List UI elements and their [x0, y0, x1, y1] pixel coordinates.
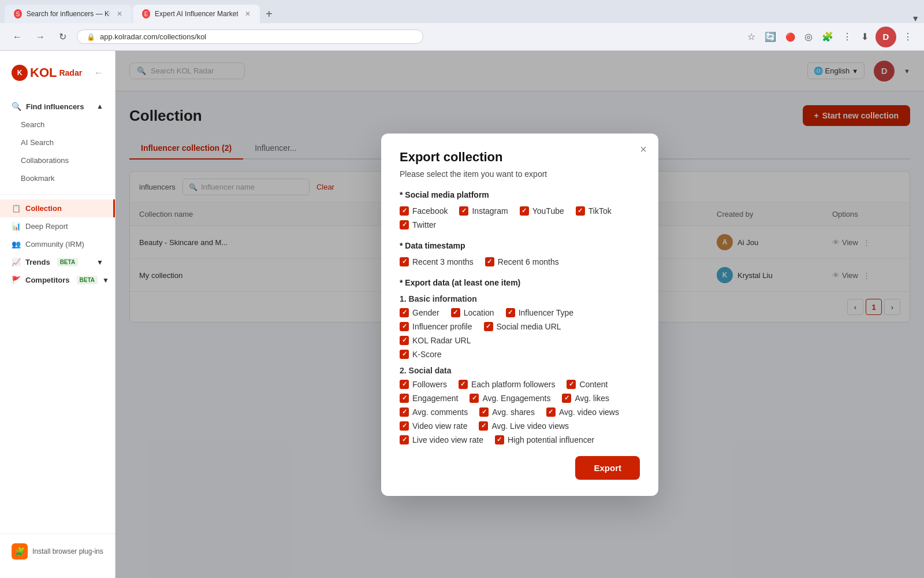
sidebar-competitors[interactable]: 🚩 Competitors BETA ▼: [0, 271, 115, 289]
timestamp-3months[interactable]: Recent 3 months: [400, 257, 474, 266]
high-potential-influencer-checkbox[interactable]: [495, 435, 504, 444]
twitter-checkbox[interactable]: [400, 220, 409, 229]
gender-checkbox[interactable]: [400, 308, 409, 317]
export-avg-video-views[interactable]: Avg. video views: [546, 407, 619, 417]
sidebar-item-collaborations[interactable]: Collaborations: [0, 151, 115, 169]
platform-facebook[interactable]: Facebook: [400, 206, 448, 216]
extension-refresh-icon[interactable]: 🔄: [762, 29, 778, 45]
sidebar-item-deep-report[interactable]: 📊 Deep Report: [0, 217, 115, 235]
6months-checkbox[interactable]: [485, 257, 494, 266]
modal-overlay[interactable]: × Export collection Please select the it…: [116, 51, 924, 578]
export-avg-likes[interactable]: Avg. likes: [562, 394, 609, 403]
export-social-media-url[interactable]: Social media URL: [484, 322, 561, 331]
export-live-video-view-rate[interactable]: Live video view rate: [400, 435, 483, 444]
sidebar-trends-label: Trends: [25, 258, 50, 266]
tiktok-checkbox[interactable]: [576, 206, 585, 216]
forward-btn[interactable]: →: [32, 29, 49, 45]
sidebar-item-search[interactable]: Search: [0, 116, 115, 134]
instagram-checkbox[interactable]: [459, 206, 468, 216]
sidebar-find-influencers[interactable]: 🔍 Find influencers ▲: [0, 97, 115, 116]
deep-report-icon: 📊: [12, 222, 21, 231]
export-avg-engagements[interactable]: Avg. Engagements: [470, 394, 550, 403]
facebook-checkbox[interactable]: [400, 206, 409, 216]
modal-close-btn[interactable]: ×: [640, 143, 647, 156]
sidebar-item-ai-search[interactable]: AI Search: [0, 134, 115, 151]
youtube-checkbox[interactable]: [520, 206, 529, 216]
new-tab-btn[interactable]: +: [261, 5, 277, 23]
back-btn[interactable]: ←: [9, 29, 25, 45]
reload-btn[interactable]: ↻: [55, 29, 70, 45]
platform-instagram[interactable]: Instagram: [459, 206, 508, 216]
sidebar-collapse-btn[interactable]: ←: [94, 68, 103, 78]
export-kol-radar-url[interactable]: KOL Radar URL: [400, 336, 471, 345]
avg-engagements-checkbox[interactable]: [470, 394, 479, 403]
platform-youtube[interactable]: YouTube: [520, 206, 564, 216]
video-view-rate-checkbox[interactable]: [400, 421, 409, 431]
tab-label-2: Expert AI Influencer Marketin...: [155, 10, 238, 18]
followers-checkbox[interactable]: [400, 380, 409, 389]
sidebar-item-community[interactable]: 👥 Community (IRM): [0, 235, 115, 253]
export-video-view-rate[interactable]: Video view rate: [400, 421, 467, 431]
avg-video-views-checkbox[interactable]: [546, 407, 556, 417]
export-location[interactable]: Location: [451, 308, 494, 317]
timestamp-checkboxes: Recent 3 months Recent 6 months: [400, 257, 640, 266]
avg-likes-checkbox[interactable]: [562, 394, 571, 403]
location-checkbox[interactable]: [451, 308, 460, 317]
tab-favicon-1: S: [14, 9, 22, 18]
export-avg-shares[interactable]: Avg. shares: [479, 407, 535, 417]
timestamp-6months[interactable]: Recent 6 months: [485, 257, 559, 266]
browser-tab-1[interactable]: S Search for influencers — KOL... ✕: [5, 5, 132, 23]
3months-checkbox[interactable]: [400, 257, 409, 266]
extension2-icon[interactable]: ◎: [802, 29, 815, 45]
browser-tab-2[interactable]: E Expert AI Influencer Marketin... ✕: [133, 5, 260, 23]
export-influencer-type[interactable]: Influencer Type: [506, 308, 573, 317]
basic-info-subsection-title: 1. Basic information: [400, 294, 640, 303]
content-label: Content: [579, 380, 608, 389]
each-platform-followers-checkbox[interactable]: [459, 380, 468, 389]
address-bar[interactable]: 🔒 app.kolradar.com/collections/kol: [77, 29, 423, 44]
export-kscore[interactable]: K-Score: [400, 350, 442, 359]
export-engagement[interactable]: Engagement: [400, 394, 458, 403]
sidebar-item-bookmark[interactable]: Bookmark: [0, 169, 115, 187]
youtube-label: YouTube: [532, 206, 564, 216]
sidebar-item-collection[interactable]: 📋 Collection: [0, 199, 115, 217]
extension1-icon[interactable]: 🔴: [783, 30, 798, 44]
export-each-platform-followers[interactable]: Each platform followers: [459, 380, 556, 389]
export-button[interactable]: Export: [575, 456, 640, 480]
export-avg-comments[interactable]: Avg. comments: [400, 407, 468, 417]
more-tools-icon[interactable]: ⋮: [840, 29, 854, 45]
content-checkbox[interactable]: [567, 380, 576, 389]
export-content[interactable]: Content: [567, 380, 608, 389]
kol-radar-url-checkbox[interactable]: [400, 336, 409, 345]
chrome-user-avatar[interactable]: D: [875, 27, 896, 47]
influencer-profile-checkbox[interactable]: [400, 322, 409, 331]
kscore-checkbox[interactable]: [400, 350, 409, 359]
export-influencer-profile[interactable]: Influencer profile: [400, 322, 472, 331]
influencer-type-checkbox[interactable]: [506, 308, 515, 317]
avg-live-video-views-label: Avg. Live video views: [491, 421, 569, 431]
trends-icon: 📈: [12, 258, 21, 266]
tab-close-2[interactable]: ✕: [245, 10, 251, 18]
engagement-checkbox[interactable]: [400, 394, 409, 403]
chrome-menu-icon[interactable]: ⋮: [901, 29, 915, 45]
platform-tiktok[interactable]: TikTok: [576, 206, 612, 216]
avg-shares-checkbox[interactable]: [479, 407, 489, 417]
instagram-label: Instagram: [472, 206, 508, 216]
avg-comments-checkbox[interactable]: [400, 407, 409, 417]
bookmark-icon[interactable]: ☆: [745, 29, 758, 45]
export-high-potential-influencer[interactable]: High potential influencer: [495, 435, 594, 444]
platform-twitter[interactable]: Twitter: [400, 220, 436, 229]
avg-video-views-label: Avg. video views: [559, 407, 619, 417]
export-followers[interactable]: Followers: [400, 380, 447, 389]
social-media-url-checkbox[interactable]: [484, 322, 493, 331]
sidebar-trends[interactable]: 📈 Trends BETA ▼: [0, 253, 115, 271]
export-gender[interactable]: Gender: [400, 308, 439, 317]
avg-live-video-views-checkbox[interactable]: [479, 421, 488, 431]
tab-collapse-btn[interactable]: ▼: [911, 14, 919, 23]
live-video-view-rate-checkbox[interactable]: [400, 435, 409, 444]
puzzle-icon[interactable]: 🧩: [819, 29, 836, 45]
tab-close-1[interactable]: ✕: [117, 10, 122, 18]
download-icon[interactable]: ⬇: [859, 29, 871, 45]
export-avg-live-video-views[interactable]: Avg. Live video views: [479, 421, 569, 431]
install-plugin-btn[interactable]: 🧩 Install browser plug-ins: [12, 543, 103, 560]
